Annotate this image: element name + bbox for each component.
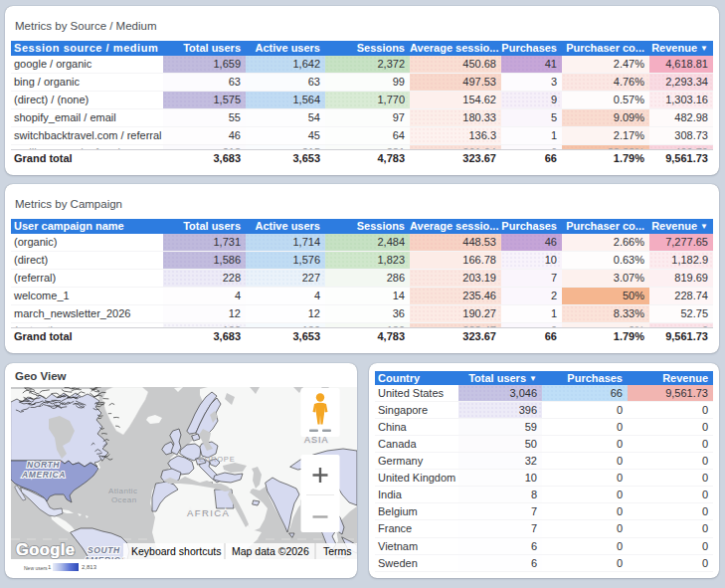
svg-text:EUROPE: EUROPE [199, 455, 235, 464]
svg-text:Google: Google [16, 540, 75, 558]
svg-text:Atlantic: Atlantic [108, 487, 137, 495]
svg-text:NORTH: NORTH [27, 460, 60, 470]
svg-text:Terms: Terms [323, 545, 352, 557]
svg-text:AMERICA: AMERICA [83, 555, 127, 559]
svg-text:Map data ©2026: Map data ©2026 [232, 545, 309, 557]
svg-text:AFRICA: AFRICA [187, 507, 230, 518]
svg-text:AMERICA: AMERICA [21, 470, 66, 480]
svg-text:Keyboard shortcuts: Keyboard shortcuts [131, 545, 221, 557]
svg-text:Ocean: Ocean [111, 495, 137, 504]
svg-text:SOUTH: SOUTH [88, 545, 120, 555]
